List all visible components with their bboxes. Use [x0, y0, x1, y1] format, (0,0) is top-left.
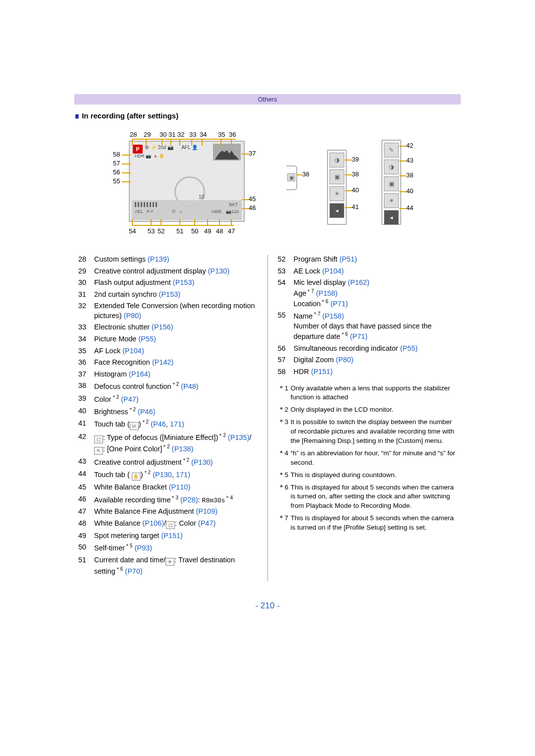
page-ref-link[interactable]: (P46) [136, 408, 156, 416]
page-ref-link[interactable]: (P104) [122, 347, 144, 355]
page-ref-link[interactable]: (P106) [143, 519, 164, 527]
page-ref-link[interactable]: (P46 [149, 420, 166, 428]
page-ref-link[interactable]: (P51) [339, 255, 357, 263]
page-ref-link[interactable]: 171) [170, 420, 184, 428]
legend-text: 2nd curtain synchro (P153) [94, 290, 258, 300]
page-ref-link[interactable]: (P80) [336, 356, 353, 364]
page-ref-link[interactable]: (P130) [189, 458, 213, 466]
footnote-text: It is possible to switch the display bet… [291, 418, 457, 446]
legend-item: 46Available recording time＊3 (P28): R8m3… [78, 494, 258, 505]
legend-columns: 28Custom settings (P139)29Creative contr… [74, 255, 461, 581]
callout-49: 49 [204, 227, 211, 235]
page-ref-link[interactable]: 171) [176, 471, 190, 479]
legend-number: 40 [78, 406, 94, 417]
page-ref-link[interactable]: (P109) [196, 507, 218, 515]
page-ref-link[interactable]: (P28) [178, 495, 198, 503]
section-title-text: In recording (after settings) [82, 111, 178, 120]
page-ref-link[interactable]: (P48) [179, 382, 199, 390]
defocus-icon: ▣ [287, 173, 295, 181]
callout-38c: 38 [406, 171, 413, 179]
callout-55: 55 [113, 177, 120, 185]
legend-text: Brightness＊2 (P46) [94, 406, 258, 417]
legend-text: Extended Tele Conversion (when recording… [94, 301, 258, 321]
creative-adjust-icon: ◑ [384, 160, 399, 174]
page-ref-link[interactable]: (P80) [124, 312, 141, 320]
callout-54: 54 [129, 227, 136, 235]
page-ref-link[interactable]: (P47) [198, 519, 215, 527]
page-ref-link[interactable]: (P151) [311, 368, 333, 376]
callout-44: 44 [406, 204, 413, 212]
callout-28: 28 [130, 131, 137, 138]
page-ref-link[interactable]: (P139) [148, 255, 169, 263]
callout-31: 31 [168, 131, 175, 138]
legend-number: 31 [78, 290, 94, 300]
legend-item: 41Touch tab (iA)＊2 (P46, 171) [78, 419, 258, 430]
legend-left-list: 28Custom settings (P139)29Creative contr… [78, 255, 258, 576]
legend-number: 32 [78, 301, 94, 321]
callout-46: 46 [249, 204, 256, 212]
touch-tab-button: ◂ [384, 210, 399, 225]
page-ref-link[interactable]: (P110) [169, 483, 191, 491]
legend-item: 30Flash output adjustment (P153) [78, 278, 258, 288]
footnote-key: ＊6 [278, 483, 291, 511]
footnote-text: This is displayed for about 5 seconds wh… [291, 514, 457, 533]
legend-item: 32Extended Tele Conversion (when recordi… [78, 301, 258, 321]
legend-item: 38Defocus control function＊2 (P48) [78, 381, 258, 391]
legend-text: Histogram (P164) [94, 370, 258, 379]
page-ref-link[interactable]: (P151) [161, 532, 183, 540]
footnote: ＊4“h” is an abbreviation for hour, “m” f… [278, 449, 457, 468]
legend-text: Creative control adjustment display (P13… [94, 267, 258, 276]
legend-item: 49Spot metering target (P151) [78, 531, 258, 541]
page-ref-link[interactable]: (P55) [138, 335, 156, 343]
legend-text: Program Shift (P51) [294, 255, 457, 265]
footnotes: ＊1Only available when a lens that suppor… [278, 384, 457, 533]
legend-text: Spot metering target (P151) [94, 531, 258, 541]
footnote-text: This is displayed for about 5 seconds wh… [291, 483, 457, 511]
page-ref-link[interactable]: (P70) [123, 567, 143, 575]
footnote-ref: ＊2 [128, 407, 136, 412]
callout-29: 29 [144, 131, 151, 138]
legend-number: 36 [78, 358, 94, 368]
page-ref-link[interactable]: (P104) [322, 267, 344, 275]
page-ref-link[interactable]: (P130) [208, 267, 230, 275]
callout-47: 47 [228, 227, 235, 235]
footnote: ＊7This is displayed for about 5 seconds … [278, 514, 457, 533]
square-bullet-icon: ∎ [74, 111, 80, 120]
callout-53: 53 [148, 227, 155, 235]
page-ref-link[interactable]: (P71) [328, 300, 348, 308]
footnote-ref: ＊2 [162, 444, 170, 449]
legend-item: 33Electronic shutter (P156) [78, 323, 258, 332]
page-ref-link[interactable]: (P93) [133, 544, 153, 552]
footnote: ＊1Only available when a lens that suppor… [278, 384, 457, 403]
legend-text: Self-timer＊5 (P93) [94, 542, 258, 553]
footnote: ＊5This is displayed during countdown. [278, 471, 457, 480]
page-ref-link[interactable]: (P142) [152, 358, 174, 366]
page-ref-link[interactable]: (P153) [173, 278, 195, 286]
legend-item: 43Creative control adjustment＊2 (P130) [78, 457, 258, 467]
legend-number: 44 [78, 469, 94, 481]
second-icon-row: HDR 📷 🔺 ✋ [135, 154, 164, 159]
inline-icon: ✎ [94, 447, 103, 455]
legend-number: 30 [78, 278, 94, 288]
creative-icon: ✎ [384, 143, 399, 158]
mic-level-icon [135, 202, 159, 207]
defocus-icon: ▣ [384, 176, 399, 191]
legend-number: 39 [78, 394, 94, 404]
page-ref-link[interactable]: (P47) [119, 395, 139, 403]
page-ref-link[interactable]: (P130 [151, 471, 172, 479]
legend-text: Defocus control function＊2 (P48) [94, 381, 258, 391]
page-ref-link[interactable]: (P71) [348, 332, 368, 340]
legend-text: Flash output adjustment (P153) [94, 278, 258, 288]
page-ref-link[interactable]: (P153) [159, 290, 181, 298]
page-ref-link[interactable]: (P55) [400, 344, 418, 352]
page-ref-link[interactable]: (P156) [152, 323, 173, 331]
page-ref-link[interactable]: (P164) [129, 370, 151, 378]
page-ref-link[interactable]: (P158) [314, 289, 338, 297]
page-ref-link[interactable]: (P162) [348, 278, 370, 286]
footnote-key: ＊5 [278, 471, 291, 480]
page-ref-link[interactable]: (P158) [321, 312, 344, 320]
self-timer-icon: ⏱ ⊙ [171, 209, 182, 214]
page-ref-link[interactable]: (P138) [170, 445, 194, 453]
legend-item: 53AE Lock (P104) [278, 267, 457, 276]
page-ref-link[interactable]: (P135) [226, 433, 250, 441]
